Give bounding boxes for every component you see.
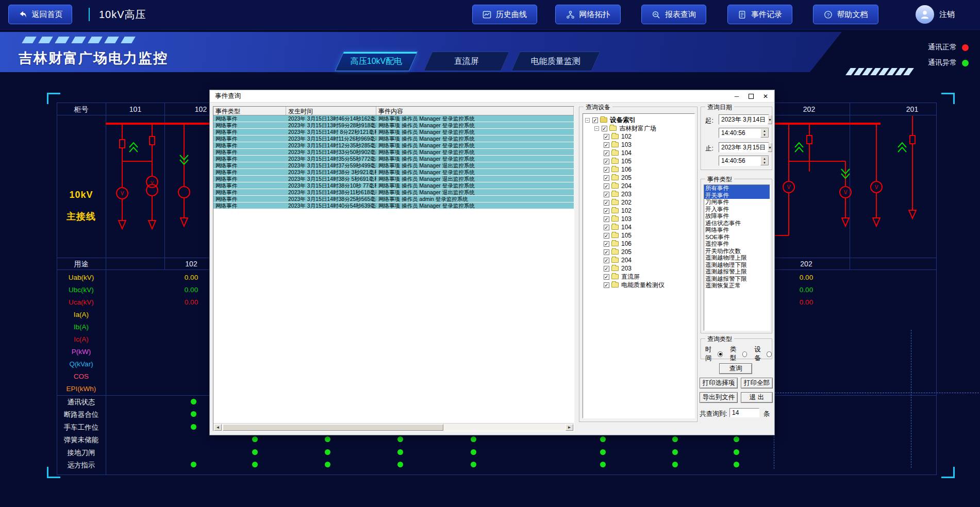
event-table-row[interactable]: 网络事件 2023年 3月15日14时40分54秒639毫秒 网络事项 操作员 … bbox=[213, 202, 574, 209]
tree-checkbox[interactable]: ✓ bbox=[604, 216, 609, 222]
device-tree-item[interactable]: ✓ 102 bbox=[583, 132, 694, 141]
scroll-right-button[interactable]: ► bbox=[566, 424, 573, 431]
help-doc-button[interactable]: ? 帮助文档 bbox=[813, 5, 878, 24]
tree-checkbox[interactable]: ✓ bbox=[604, 142, 609, 148]
device-tree-item[interactable]: ✓ 104 bbox=[583, 149, 694, 157]
event-type-option[interactable]: 遥测越报警下限 bbox=[704, 276, 770, 283]
event-table-row[interactable]: 网络事件 2023年 3月15日14时38分25秒565毫秒 网络事项 操作员 … bbox=[213, 196, 574, 202]
tree-checkbox[interactable]: ✓ bbox=[604, 233, 609, 239]
device-tree-item[interactable]: ✓ 直流屏 bbox=[583, 273, 694, 281]
tab-power-quality[interactable]: 电能质量监测 bbox=[511, 52, 601, 71]
tree-checkbox[interactable]: ✓ bbox=[604, 175, 609, 181]
device-tree-item[interactable]: ✓ 203 bbox=[583, 190, 694, 198]
event-type-option[interactable]: 开关动作次数 bbox=[704, 248, 770, 255]
device-tree-item[interactable]: ✓ 电能质量检测仪 bbox=[583, 281, 694, 289]
tree-checkbox[interactable]: ✓ bbox=[604, 167, 609, 173]
tree-checkbox[interactable]: ✓ bbox=[604, 183, 609, 189]
event-log-button[interactable]: 事件记录 bbox=[727, 5, 792, 24]
time-from-spin-icons[interactable]: ▲▼ bbox=[760, 128, 769, 138]
tree-expander-icon[interactable]: − bbox=[585, 118, 590, 123]
horizontal-scrollbar[interactable]: ◄ ► bbox=[213, 423, 574, 431]
event-table-row[interactable]: 网络事件 2023年 3月15日14时38分11秒618毫秒 网络事项 操作员 … bbox=[213, 189, 574, 196]
tree-checkbox[interactable]: ✓ bbox=[604, 282, 609, 288]
tree-checkbox[interactable]: ✓ bbox=[604, 192, 609, 197]
tree-checkbox[interactable]: ✓ bbox=[604, 258, 609, 263]
exit-button[interactable]: 退 出 bbox=[741, 392, 773, 403]
event-type-option[interactable]: 遥测恢复正常 bbox=[704, 282, 770, 290]
event-type-option[interactable]: 所有事件 bbox=[704, 185, 770, 192]
device-tree-item[interactable]: ✓ 106 bbox=[583, 240, 694, 248]
history-curve-button[interactable]: 历史曲线 bbox=[472, 5, 537, 24]
event-table-row[interactable]: 网络事件 2023年 3月15日14时33分50秒902毫秒 网络事项 操作员 … bbox=[213, 149, 574, 156]
tree-expander-icon[interactable]: − bbox=[594, 126, 599, 131]
date-from-combo[interactable]: 2023年 3月14日 ▼ bbox=[719, 114, 769, 125]
export-file-button[interactable]: 导出到文件 bbox=[700, 392, 738, 403]
date-to-combo[interactable]: 2023年 3月15日 ▼ bbox=[719, 142, 769, 153]
time-to-spin-icons[interactable]: ▲▼ bbox=[760, 156, 769, 165]
date-to-dropdown-icon[interactable]: ▼ bbox=[768, 143, 772, 152]
device-tree-item[interactable]: ✓ 106 bbox=[583, 165, 694, 174]
device-tree-item[interactable]: ✓ 202 bbox=[583, 198, 694, 207]
time-from-spinner[interactable]: 14:40:56 ▲▼ bbox=[719, 128, 769, 138]
print-all-button[interactable]: 打印全部 bbox=[741, 378, 773, 388]
device-tree-item[interactable]: ✓ 103 bbox=[583, 141, 694, 149]
event-type-option[interactable]: 遥测越物理下限 bbox=[704, 262, 770, 269]
date-from-dropdown-icon[interactable]: ▼ bbox=[768, 115, 772, 124]
network-topology-button[interactable]: 网络拓扑 bbox=[555, 5, 621, 24]
device-tree-item[interactable]: ✓ 104 bbox=[583, 223, 694, 231]
event-table-row[interactable]: 网络事件 2023年 3月15日13时59分28秒918毫秒 网络事项 操作员 … bbox=[213, 122, 574, 129]
tree-checkbox[interactable]: ✓ bbox=[604, 200, 609, 206]
device-tree-item[interactable]: ✓ 103 bbox=[583, 215, 694, 223]
device-tree-item[interactable]: ✓ 102 bbox=[583, 207, 694, 215]
tree-checkbox[interactable]: ✓ bbox=[592, 117, 598, 123]
event-type-option[interactable]: 网络事件 bbox=[704, 227, 770, 234]
device-tree-item[interactable]: ✓ 204 bbox=[583, 182, 694, 190]
query-type-radio[interactable]: 时间 bbox=[705, 345, 723, 363]
tree-checkbox[interactable]: ✓ bbox=[604, 134, 609, 140]
report-search-button[interactable]: 报表查询 bbox=[641, 5, 706, 24]
device-tree-item[interactable]: − ✓ 吉林财富广场 bbox=[583, 124, 694, 132]
tree-checkbox[interactable]: ✓ bbox=[604, 266, 609, 272]
tree-checkbox[interactable]: ✓ bbox=[604, 225, 609, 230]
event-table-row[interactable]: 网络事件 2023年 3月15日14时38分 3秒921毫秒 网络事项 操作员 … bbox=[213, 169, 574, 176]
event-type-option[interactable]: 遥测越报警上限 bbox=[704, 268, 770, 276]
tree-checkbox[interactable]: ✓ bbox=[604, 150, 609, 156]
query-type-radio[interactable]: 类型 bbox=[730, 345, 748, 363]
query-type-radio[interactable]: 设备 bbox=[754, 345, 772, 363]
user-menu[interactable]: 注销 bbox=[916, 5, 955, 24]
event-table-row[interactable]: 网络事件 2023年 3月15日14时35分55秒772毫秒 网络事项 操作员 … bbox=[213, 156, 574, 162]
device-tree-item[interactable]: ✓ 205 bbox=[583, 248, 694, 256]
logout-label[interactable]: 注销 bbox=[939, 10, 955, 20]
event-type-option[interactable]: 开入事件 bbox=[704, 206, 770, 213]
tree-checkbox[interactable]: ✓ bbox=[604, 274, 609, 280]
tree-checkbox[interactable]: ✓ bbox=[602, 126, 607, 131]
event-type-option[interactable]: 遥测越物理上限 bbox=[704, 255, 770, 262]
result-count-field[interactable]: 14 bbox=[729, 408, 759, 417]
event-type-option[interactable]: 遥控事件 bbox=[704, 241, 770, 248]
device-tree-item[interactable]: ✓ 105 bbox=[583, 231, 694, 240]
event-table-row[interactable]: 网络事件 2023年 3月15日14时11分26秒969毫秒 网络事项 操作员 … bbox=[213, 136, 574, 142]
time-to-spinner[interactable]: 14:40:56 ▲▼ bbox=[719, 156, 769, 166]
event-type-option[interactable]: 故障事件 bbox=[704, 213, 770, 220]
back-home-button[interactable]: 返回首页 bbox=[8, 5, 72, 24]
device-tree-item[interactable]: ✓ 204 bbox=[583, 256, 694, 264]
device-tree-item[interactable]: ✓ 205 bbox=[583, 174, 694, 182]
event-type-option[interactable]: 通信状态事件 bbox=[704, 220, 770, 227]
device-tree-item[interactable]: − ✓ 设备索引 bbox=[583, 116, 694, 124]
event-type-option[interactable]: SOE事件 bbox=[704, 234, 770, 241]
scroll-left-button[interactable]: ◄ bbox=[214, 424, 222, 431]
tree-checkbox[interactable]: ✓ bbox=[604, 208, 609, 214]
event-table-row[interactable]: 网络事件 2023年 3月15日13时46分14秒162毫秒 网络事项 操作员 … bbox=[213, 115, 574, 122]
tree-checkbox[interactable]: ✓ bbox=[604, 159, 609, 164]
device-tree-item[interactable]: ✓ 203 bbox=[583, 264, 694, 273]
tree-checkbox[interactable]: ✓ bbox=[604, 249, 609, 255]
event-table-row[interactable]: 网络事件 2023年 3月15日14时37分59秒499毫秒 网络事项 操作员 … bbox=[213, 162, 574, 169]
tab-hv-10kv[interactable]: 高压10kV配电 bbox=[335, 52, 418, 71]
col-header-event-type[interactable]: 事件类型 bbox=[213, 107, 286, 115]
maximize-button[interactable] bbox=[749, 94, 754, 99]
query-button[interactable]: 查询 bbox=[719, 363, 752, 374]
event-table-row[interactable]: 网络事件 2023年 3月15日14时38分10秒 77毫秒 网络事项 操作员 … bbox=[213, 182, 574, 189]
minimize-button[interactable]: ─ bbox=[733, 93, 740, 100]
event-table-row[interactable]: 网络事件 2023年 3月15日14时12分35秒285毫秒 网络事项 操作员 … bbox=[213, 142, 574, 149]
col-header-event-time[interactable]: 发生时间 bbox=[286, 107, 376, 115]
